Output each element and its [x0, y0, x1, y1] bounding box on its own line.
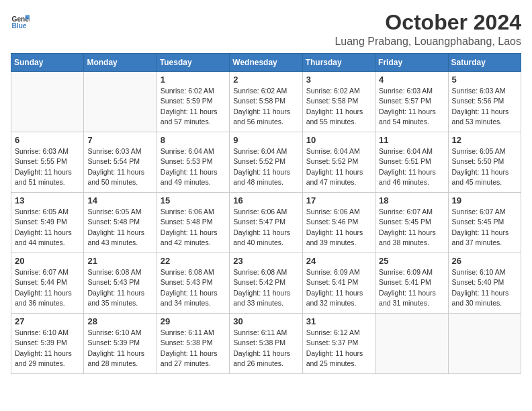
day-detail: Sunrise: 6:05 AM Sunset: 5:49 PM Dayligh… — [15, 207, 80, 248]
day-detail: Sunrise: 6:07 AM Sunset: 5:45 PM Dayligh… — [379, 207, 444, 248]
day-detail: Sunrise: 6:07 AM Sunset: 5:44 PM Dayligh… — [15, 267, 80, 308]
calendar-cell: 26Sunrise: 6:10 AM Sunset: 5:40 PM Dayli… — [448, 253, 521, 314]
day-number: 1 — [161, 75, 226, 85]
calendar-cell: 4Sunrise: 6:03 AM Sunset: 5:57 PM Daylig… — [375, 72, 448, 132]
day-number: 26 — [452, 256, 517, 266]
calendar-cell: 8Sunrise: 6:04 AM Sunset: 5:53 PM Daylig… — [157, 132, 229, 193]
calendar-cell — [11, 72, 84, 132]
calendar-cell: 18Sunrise: 6:07 AM Sunset: 5:45 PM Dayli… — [375, 193, 448, 253]
logo: General Blue — [11, 11, 30, 30]
day-number: 23 — [233, 256, 298, 266]
header-sunday: Sunday — [11, 54, 84, 72]
day-detail: Sunrise: 6:02 AM Sunset: 5:59 PM Dayligh… — [161, 86, 226, 127]
day-detail: Sunrise: 6:06 AM Sunset: 5:46 PM Dayligh… — [306, 207, 371, 248]
day-detail: Sunrise: 6:10 AM Sunset: 5:40 PM Dayligh… — [452, 267, 517, 308]
calendar-week-2: 6Sunrise: 6:03 AM Sunset: 5:55 PM Daylig… — [11, 132, 521, 193]
header-friday: Friday — [375, 54, 448, 72]
day-number: 11 — [379, 135, 444, 145]
day-detail: Sunrise: 6:08 AM Sunset: 5:42 PM Dayligh… — [233, 267, 298, 308]
day-detail: Sunrise: 6:08 AM Sunset: 5:43 PM Dayligh… — [87, 267, 152, 308]
calendar-cell: 20Sunrise: 6:07 AM Sunset: 5:44 PM Dayli… — [11, 253, 84, 314]
day-detail: Sunrise: 6:05 AM Sunset: 5:50 PM Dayligh… — [452, 146, 517, 187]
header-thursday: Thursday — [302, 54, 375, 72]
calendar-cell: 23Sunrise: 6:08 AM Sunset: 5:42 PM Dayli… — [230, 253, 302, 314]
day-number: 12 — [452, 135, 517, 145]
day-detail: Sunrise: 6:04 AM Sunset: 5:52 PM Dayligh… — [306, 146, 371, 187]
svg-text:Blue: Blue — [12, 22, 27, 30]
calendar-cell: 25Sunrise: 6:09 AM Sunset: 5:41 PM Dayli… — [375, 253, 448, 314]
day-number: 28 — [87, 316, 152, 326]
day-number: 16 — [233, 195, 298, 205]
day-number: 21 — [87, 256, 152, 266]
logo-icon: General Blue — [11, 11, 30, 30]
calendar-week-5: 27Sunrise: 6:10 AM Sunset: 5:39 PM Dayli… — [11, 314, 521, 374]
calendar-header-row: SundayMondayTuesdayWednesdayThursdayFrid… — [11, 54, 521, 72]
header-monday: Monday — [84, 54, 157, 72]
calendar-cell — [375, 314, 448, 374]
day-number: 22 — [161, 256, 226, 266]
day-detail: Sunrise: 6:02 AM Sunset: 5:58 PM Dayligh… — [306, 86, 371, 127]
day-detail: Sunrise: 6:09 AM Sunset: 5:41 PM Dayligh… — [379, 267, 444, 308]
day-number: 10 — [306, 135, 371, 145]
calendar-week-1: 1Sunrise: 6:02 AM Sunset: 5:59 PM Daylig… — [11, 72, 521, 132]
calendar-cell: 16Sunrise: 6:06 AM Sunset: 5:47 PM Dayli… — [230, 193, 302, 253]
day-detail: Sunrise: 6:08 AM Sunset: 5:43 PM Dayligh… — [161, 267, 226, 308]
calendar-table: SundayMondayTuesdayWednesdayThursdayFrid… — [11, 53, 521, 374]
title-block: October 2024 Luang Prabang, Louangphaban… — [335, 11, 521, 48]
day-detail: Sunrise: 6:11 AM Sunset: 5:38 PM Dayligh… — [161, 328, 226, 369]
calendar-week-3: 13Sunrise: 6:05 AM Sunset: 5:49 PM Dayli… — [11, 193, 521, 253]
day-detail: Sunrise: 6:03 AM Sunset: 5:54 PM Dayligh… — [87, 146, 152, 187]
day-detail: Sunrise: 6:11 AM Sunset: 5:38 PM Dayligh… — [233, 328, 298, 369]
day-number: 25 — [379, 256, 444, 266]
day-number: 3 — [306, 75, 371, 85]
calendar-cell: 5Sunrise: 6:03 AM Sunset: 5:56 PM Daylig… — [448, 72, 521, 132]
calendar-cell: 30Sunrise: 6:11 AM Sunset: 5:38 PM Dayli… — [230, 314, 302, 374]
day-number: 9 — [233, 135, 298, 145]
day-detail: Sunrise: 6:10 AM Sunset: 5:39 PM Dayligh… — [87, 328, 152, 369]
calendar-cell: 6Sunrise: 6:03 AM Sunset: 5:55 PM Daylig… — [11, 132, 84, 193]
day-number: 29 — [161, 316, 226, 326]
calendar-cell: 2Sunrise: 6:02 AM Sunset: 5:58 PM Daylig… — [230, 72, 302, 132]
day-detail: Sunrise: 6:07 AM Sunset: 5:45 PM Dayligh… — [452, 207, 517, 248]
day-detail: Sunrise: 6:12 AM Sunset: 5:37 PM Dayligh… — [306, 328, 371, 369]
day-number: 31 — [306, 316, 371, 326]
calendar-cell: 3Sunrise: 6:02 AM Sunset: 5:58 PM Daylig… — [302, 72, 375, 132]
day-number: 30 — [233, 316, 298, 326]
day-number: 13 — [15, 195, 80, 205]
calendar-cell: 21Sunrise: 6:08 AM Sunset: 5:43 PM Dayli… — [84, 253, 157, 314]
day-number: 5 — [452, 75, 517, 85]
day-number: 7 — [87, 135, 152, 145]
day-detail: Sunrise: 6:03 AM Sunset: 5:57 PM Dayligh… — [379, 86, 444, 127]
calendar-cell: 24Sunrise: 6:09 AM Sunset: 5:41 PM Dayli… — [302, 253, 375, 314]
page-header: General Blue October 2024 Luang Prabang,… — [11, 11, 521, 48]
calendar-cell: 29Sunrise: 6:11 AM Sunset: 5:38 PM Dayli… — [157, 314, 229, 374]
calendar-cell: 28Sunrise: 6:10 AM Sunset: 5:39 PM Dayli… — [84, 314, 157, 374]
calendar-cell: 9Sunrise: 6:04 AM Sunset: 5:52 PM Daylig… — [230, 132, 302, 193]
calendar-cell: 10Sunrise: 6:04 AM Sunset: 5:52 PM Dayli… — [302, 132, 375, 193]
month-title: October 2024 — [335, 11, 521, 34]
calendar-cell: 14Sunrise: 6:05 AM Sunset: 5:48 PM Dayli… — [84, 193, 157, 253]
day-detail: Sunrise: 6:03 AM Sunset: 5:55 PM Dayligh… — [15, 146, 80, 187]
day-number: 6 — [15, 135, 80, 145]
day-detail: Sunrise: 6:02 AM Sunset: 5:58 PM Dayligh… — [233, 86, 298, 127]
day-detail: Sunrise: 6:05 AM Sunset: 5:48 PM Dayligh… — [87, 207, 152, 248]
calendar-cell: 31Sunrise: 6:12 AM Sunset: 5:37 PM Dayli… — [302, 314, 375, 374]
calendar-cell: 17Sunrise: 6:06 AM Sunset: 5:46 PM Dayli… — [302, 193, 375, 253]
day-number: 4 — [379, 75, 444, 85]
calendar-cell: 27Sunrise: 6:10 AM Sunset: 5:39 PM Dayli… — [11, 314, 84, 374]
calendar-cell — [448, 314, 521, 374]
day-number: 20 — [15, 256, 80, 266]
calendar-cell: 1Sunrise: 6:02 AM Sunset: 5:59 PM Daylig… — [157, 72, 229, 132]
day-number: 27 — [15, 316, 80, 326]
day-number: 2 — [233, 75, 298, 85]
day-number: 24 — [306, 256, 371, 266]
calendar-cell: 22Sunrise: 6:08 AM Sunset: 5:43 PM Dayli… — [157, 253, 229, 314]
header-saturday: Saturday — [448, 54, 521, 72]
calendar-cell: 15Sunrise: 6:06 AM Sunset: 5:48 PM Dayli… — [157, 193, 229, 253]
day-number: 18 — [379, 195, 444, 205]
calendar-cell: 12Sunrise: 6:05 AM Sunset: 5:50 PM Dayli… — [448, 132, 521, 193]
calendar-cell: 19Sunrise: 6:07 AM Sunset: 5:45 PM Dayli… — [448, 193, 521, 253]
day-detail: Sunrise: 6:03 AM Sunset: 5:56 PM Dayligh… — [452, 86, 517, 127]
calendar-cell — [84, 72, 157, 132]
header-wednesday: Wednesday — [230, 54, 302, 72]
